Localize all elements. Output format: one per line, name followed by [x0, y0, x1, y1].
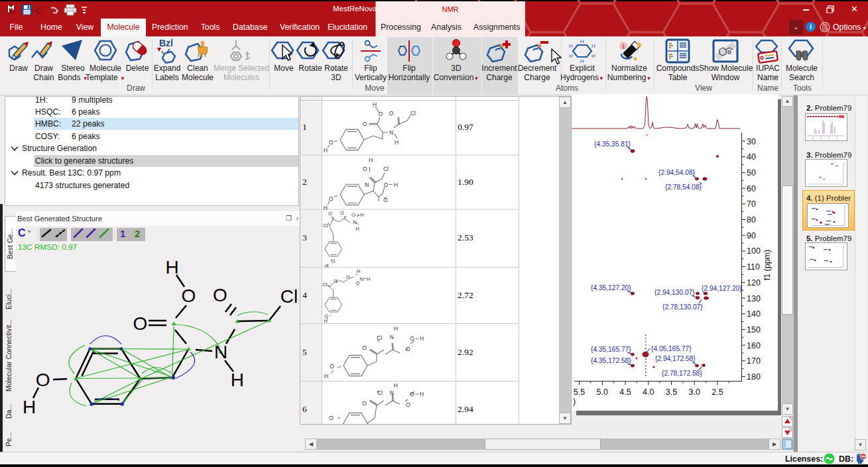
svg-text:H: H: [420, 335, 424, 342]
svg-text:O: O: [346, 274, 350, 280]
svg-text:3.5: 3.5: [666, 388, 677, 397]
svg-text:30: 30: [747, 137, 756, 146]
svg-text:4: 4: [828, 137, 830, 140]
svg-text:50: 50: [747, 168, 756, 178]
svg-text:O: O: [383, 197, 388, 203]
svg-text:{2.94,172.58}: {2.94,172.58}: [655, 355, 696, 362]
svg-text:f1 (ppm): f1 (ppm): [763, 250, 772, 281]
svg-text:N: N: [389, 129, 393, 136]
svg-text:{2.78,172.58}: {2.78,172.58}: [662, 370, 702, 377]
svg-text:130: 130: [747, 294, 761, 303]
svg-text:O: O: [410, 335, 414, 342]
svg-text:O: O: [362, 344, 367, 351]
svg-text:{4.35,172.58}: {4.35,172.58}: [591, 357, 631, 364]
svg-text:H: H: [324, 147, 328, 154]
svg-text:110: 110: [747, 262, 760, 272]
svg-text:4.0: 4.0: [643, 388, 654, 397]
svg-text:H: H: [580, 38, 584, 44]
svg-text:Cl: Cl: [410, 110, 416, 117]
svg-text:4: 4: [302, 290, 307, 300]
svg-text:H: H: [569, 43, 573, 49]
svg-text:{4.35,35.81}: {4.35,35.81}: [594, 140, 631, 148]
svg-text:H: H: [324, 373, 328, 380]
svg-text:N: N: [353, 219, 356, 225]
svg-text:140: 140: [747, 309, 761, 319]
svg-text:H: H: [394, 382, 398, 389]
svg-text:H: H: [395, 139, 399, 146]
svg-text:O: O: [363, 121, 367, 127]
svg-text:4.5: 4.5: [619, 388, 631, 397]
svg-text:H: H: [324, 318, 328, 324]
svg-text:{2.78,54.08}: {2.78,54.08}: [665, 183, 702, 191]
svg-text:N: N: [390, 334, 394, 340]
svg-text:{2.94,130.07}: {2.94,130.07}: [654, 289, 695, 296]
svg-text:170: 170: [747, 356, 761, 366]
svg-text:H: H: [166, 257, 179, 278]
svg-text:Cl: Cl: [377, 335, 382, 341]
svg-text:160: 160: [747, 341, 761, 350]
svg-text:O: O: [182, 285, 196, 306]
svg-text:2: 2: [135, 228, 140, 239]
svg-text:N: N: [390, 389, 394, 396]
svg-text:Cl: Cl: [280, 286, 298, 307]
svg-text:O: O: [329, 415, 334, 421]
svg-text:80: 80: [747, 215, 756, 225]
svg-text:2.53: 2.53: [458, 233, 473, 242]
svg-text:O: O: [384, 182, 389, 188]
svg-text:O: O: [389, 110, 394, 117]
svg-text:2: 2: [836, 137, 837, 140]
svg-text:5: 5: [302, 347, 307, 357]
svg-text:H: H: [569, 53, 573, 59]
svg-text:H: H: [373, 101, 377, 108]
svg-text:{4.05,165.77}: {4.05,165.77}: [651, 345, 692, 352]
svg-text:Cl: Cl: [322, 282, 327, 287]
svg-text:{4.35,127.20}: {4.35,127.20}: [591, 284, 631, 291]
svg-text:0.97: 0.97: [458, 122, 473, 132]
svg-text:90: 90: [747, 231, 756, 240]
svg-text:O: O: [362, 400, 367, 407]
svg-text:6: 6: [820, 137, 822, 140]
svg-text:N: N: [360, 276, 363, 282]
svg-text:O: O: [329, 195, 334, 202]
svg-text:100: 100: [747, 246, 761, 256]
svg-text:O: O: [330, 363, 334, 370]
svg-text:O: O: [363, 166, 367, 172]
svg-text:70: 70: [747, 199, 756, 209]
svg-text:H: H: [355, 226, 359, 232]
svg-text:5.0: 5.0: [597, 388, 608, 397]
svg-text:H: H: [23, 397, 36, 417]
svg-text:O: O: [36, 370, 50, 390]
svg-text:H: H: [360, 212, 363, 218]
svg-text:{2.94,127.20}: {2.94,127.20}: [702, 285, 742, 292]
svg-text:{4.35,165.77}: {4.35,165.77}: [591, 346, 631, 353]
svg-text:O: O: [328, 211, 332, 217]
svg-text:H: H: [324, 205, 328, 211]
svg-text:2.92: 2.92: [458, 347, 473, 357]
svg-text:{2.78,130.07}: {2.78,130.07}: [662, 303, 703, 311]
svg-text:O: O: [379, 111, 383, 117]
svg-text:2.5: 2.5: [712, 388, 723, 397]
svg-text:1.90: 1.90: [458, 177, 473, 187]
svg-text:H: H: [591, 53, 595, 59]
svg-text:): ): [573, 397, 576, 406]
svg-text:2.94: 2.94: [458, 404, 473, 414]
svg-text:H: H: [357, 268, 360, 274]
svg-text:40: 40: [747, 152, 756, 162]
svg-text:N: N: [214, 342, 227, 362]
svg-text:N: N: [365, 182, 369, 188]
svg-text:6: 6: [302, 404, 307, 414]
svg-text:H: H: [420, 391, 424, 397]
svg-text:Bzl: Bzl: [159, 38, 173, 48]
svg-text:Cl: Cl: [377, 389, 383, 396]
svg-text:180: 180: [747, 372, 761, 382]
svg-text:O: O: [332, 258, 336, 264]
svg-text:3.0: 3.0: [689, 388, 700, 397]
svg-text:2: 2: [302, 177, 307, 187]
svg-text:1: 1: [120, 228, 125, 239]
svg-text:120: 120: [747, 278, 761, 287]
svg-text:O: O: [213, 285, 227, 305]
svg-text:H: H: [231, 370, 244, 390]
svg-text:H: H: [325, 263, 328, 269]
svg-text:O: O: [410, 391, 414, 397]
svg-text:O: O: [334, 278, 338, 284]
